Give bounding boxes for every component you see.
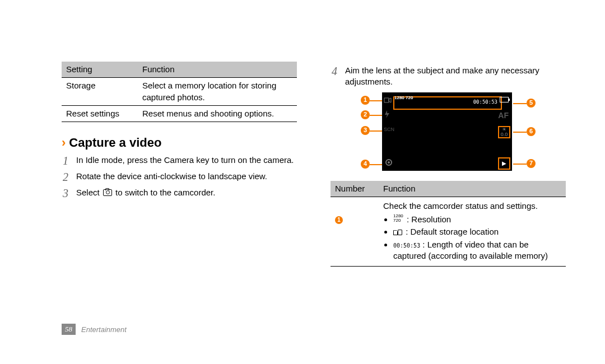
bullet-resolution: 1280720 : Resolution	[393, 214, 561, 225]
setting-function: Select a memory location for storing cap…	[138, 78, 297, 106]
svg-rect-0	[384, 98, 389, 102]
settings-icon	[384, 157, 394, 167]
page-footer: 58 Entertainment	[62, 324, 127, 335]
time-code: 00:50:53	[393, 242, 420, 249]
callout-badge: 3	[361, 126, 370, 135]
table-row: 1 Check the camcorder status and setting…	[331, 197, 566, 266]
resolution-label: 1280 720	[394, 96, 413, 100]
bullet-time: 00:50:53 : Length of video that can be c…	[393, 239, 561, 262]
callout-lead	[513, 132, 527, 133]
setting-name: Storage	[62, 78, 138, 106]
step-number: 4	[331, 65, 338, 78]
step-text: In Idle mode, press the Camera key to tu…	[76, 155, 297, 166]
step-number: 2	[62, 171, 69, 184]
step-number: 1	[62, 155, 69, 167]
number-function-table: Number Function 1 Check the camcorder st…	[331, 181, 566, 267]
camcorder-diagram: 1280 720 00:50:53 SCN AF ☀0.0 ▶	[353, 92, 543, 176]
resolution-icon: 1280720	[393, 214, 403, 223]
callout-badge: 5	[527, 99, 536, 108]
step-item: 1 In Idle mode, press the Camera key to …	[62, 155, 297, 167]
section-name: Entertainment	[81, 325, 127, 334]
storage-icon	[393, 230, 402, 235]
exposure-label: ☀0.0	[501, 127, 508, 137]
callout-badge: 7	[527, 159, 536, 168]
scene-icon: SCN	[384, 126, 394, 133]
battery-icon	[500, 97, 509, 102]
settings-header-setting: Setting	[62, 62, 138, 78]
callout-badge: 1	[361, 96, 370, 105]
nft-function-cell: Check the camcorder status and settings.…	[379, 197, 566, 266]
nft-header-number: Number	[331, 181, 379, 197]
svg-point-2	[388, 161, 390, 164]
setting-function: Reset menus and shooting options.	[138, 105, 297, 122]
callout-lead	[370, 115, 382, 116]
callout-lead	[370, 130, 382, 132]
bullet-storage: : Default storage location	[393, 226, 561, 237]
callout-badge: 6	[527, 127, 536, 136]
callout-lead	[513, 164, 527, 165]
camera-icon	[103, 189, 112, 196]
step-text: Aim the lens at the subject and make any…	[345, 65, 566, 88]
section-heading: › Capture a video	[62, 134, 297, 151]
table-row: Storage Select a memory location for sto…	[62, 78, 297, 106]
setting-name: Reset settings	[62, 105, 138, 122]
step-item: 3 Select to switch to the camcorder.	[62, 187, 297, 200]
left-column: Setting Function Storage Select a memory…	[62, 62, 297, 267]
nft-number-cell: 1	[331, 197, 379, 266]
page-number: 58	[62, 324, 76, 335]
record-highlight: ▶	[498, 157, 510, 170]
steps-list: 1 In Idle mode, press the Camera key to …	[62, 155, 297, 200]
table-row: Reset settings Reset menus and shooting …	[62, 105, 297, 122]
callout-badge: 2	[361, 110, 370, 119]
callout-badge: 4	[361, 160, 370, 169]
settings-table: Setting Function Storage Select a memory…	[62, 62, 297, 122]
heading-text: Capture a video	[69, 134, 161, 151]
step-item: 2 Rotate the device anti-clockwise to la…	[62, 171, 297, 184]
exposure-highlight: ☀0.0	[498, 126, 510, 138]
callout-lead	[513, 103, 527, 104]
chevron-right-icon: ›	[62, 137, 66, 149]
step-number: 3	[62, 187, 69, 200]
flash-icon	[384, 110, 390, 121]
callout-lead	[370, 164, 382, 165]
play-icon: ▶	[502, 160, 506, 167]
nft-bullets: 1280720 : Resolution : Default storage l…	[383, 214, 561, 262]
step-text: Select to switch to the camcorder.	[76, 187, 297, 198]
camcorder-icon	[384, 96, 392, 106]
callout-badge: 1	[335, 216, 343, 224]
time-label: 00:50:53	[473, 99, 497, 105]
af-label: AF	[498, 110, 509, 121]
settings-header-function: Function	[138, 62, 297, 78]
nft-header-function: Function	[379, 181, 566, 197]
lcd-screen: 1280 720 00:50:53 SCN AF ☀0.0 ▶	[382, 92, 512, 171]
callout-lead	[370, 100, 382, 101]
step-item: 4 Aim the lens at the subject and make a…	[331, 65, 566, 88]
right-column: 4 Aim the lens at the subject and make a…	[331, 62, 566, 267]
nft-intro: Check the camcorder status and settings.	[383, 200, 561, 212]
step-text: Rotate the device anti-clockwise to land…	[76, 171, 297, 182]
